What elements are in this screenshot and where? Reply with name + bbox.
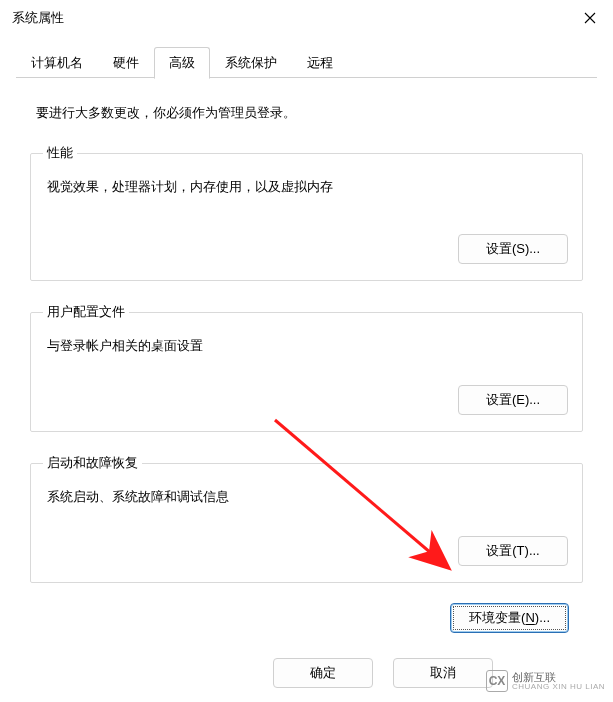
performance-settings-button[interactable]: 设置(S)... — [458, 234, 568, 264]
window-title: 系统属性 — [12, 9, 64, 27]
tab-advanced[interactable]: 高级 — [154, 47, 210, 79]
tab-computer-name[interactable]: 计算机名 — [16, 47, 98, 79]
close-icon — [584, 12, 596, 24]
startup-recovery-settings-button[interactable]: 设置(T)... — [458, 536, 568, 566]
close-button[interactable] — [567, 0, 613, 36]
cancel-button[interactable]: 取消 — [393, 658, 493, 688]
env-row: 环境变量(N)... — [30, 603, 583, 633]
watermark-logo-icon: CX — [486, 670, 508, 692]
user-profiles-desc: 与登录帐户相关的桌面设置 — [47, 337, 568, 355]
tab-system-protection[interactable]: 系统保护 — [210, 47, 292, 79]
ok-button[interactable]: 确定 — [273, 658, 373, 688]
group-startup-recovery: 启动和故障恢复 系统启动、系统故障和调试信息 设置(T)... — [30, 454, 583, 583]
dialog-content: 计算机名 硬件 高级 系统保护 远程 要进行大多数更改，你必须作为管理员登录。 … — [0, 36, 613, 643]
group-startup-recovery-legend: 启动和故障恢复 — [43, 454, 142, 472]
startup-recovery-desc: 系统启动、系统故障和调试信息 — [47, 488, 568, 506]
group-user-profiles: 用户配置文件 与登录帐户相关的桌面设置 设置(E)... — [30, 303, 583, 432]
watermark: CX 创新互联 CHUANG XIN HU LIAN — [486, 670, 605, 692]
group-user-profiles-legend: 用户配置文件 — [43, 303, 129, 321]
tab-strip: 计算机名 硬件 高级 系统保护 远程 — [16, 46, 597, 78]
env-btn-hotkey: N — [525, 610, 534, 625]
dialog-button-row: 确定 取消 — [273, 658, 493, 688]
env-btn-prefix: 环境变量( — [469, 610, 525, 625]
admin-note: 要进行大多数更改，你必须作为管理员登录。 — [36, 104, 583, 122]
watermark-cn: 创新互联 — [512, 672, 605, 683]
watermark-text: 创新互联 CHUANG XIN HU LIAN — [512, 672, 605, 691]
title-bar: 系统属性 — [0, 0, 613, 36]
watermark-py: CHUANG XIN HU LIAN — [512, 683, 605, 691]
group-performance-legend: 性能 — [43, 144, 77, 162]
group-performance: 性能 视觉效果，处理器计划，内存使用，以及虚拟内存 设置(S)... — [30, 144, 583, 281]
advanced-panel: 要进行大多数更改，你必须作为管理员登录。 性能 视觉效果，处理器计划，内存使用，… — [16, 78, 597, 643]
tab-hardware[interactable]: 硬件 — [98, 47, 154, 79]
tab-remote[interactable]: 远程 — [292, 47, 348, 79]
env-btn-suffix: )... — [535, 610, 550, 625]
user-profiles-settings-button[interactable]: 设置(E)... — [458, 385, 568, 415]
environment-variables-button[interactable]: 环境变量(N)... — [450, 603, 569, 633]
performance-desc: 视觉效果，处理器计划，内存使用，以及虚拟内存 — [47, 178, 568, 196]
